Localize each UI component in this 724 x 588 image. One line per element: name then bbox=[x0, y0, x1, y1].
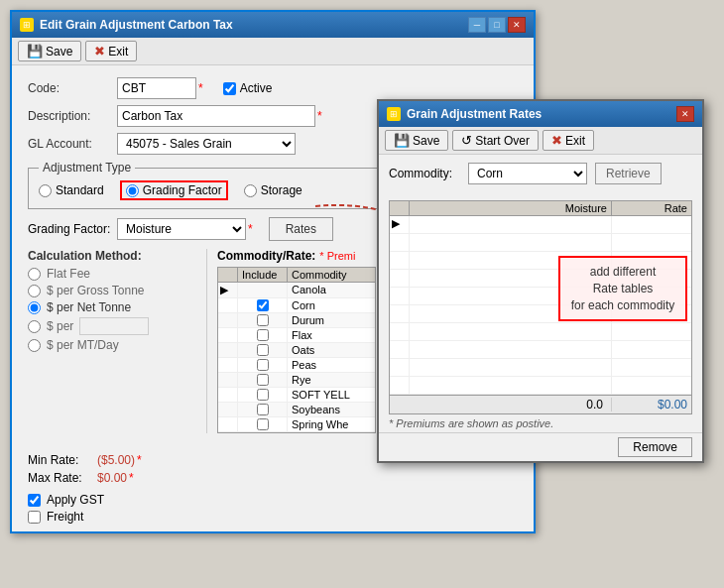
commodity-row[interactable]: Spring Whe bbox=[218, 417, 375, 432]
include-cell bbox=[238, 313, 288, 327]
rates-commodity-select[interactable]: Corn bbox=[468, 163, 587, 184]
arrow-cell bbox=[218, 373, 238, 387]
rates-start-over-button[interactable]: ↺ Start Over bbox=[452, 130, 539, 151]
rates-row-9[interactable] bbox=[390, 359, 691, 377]
rates-moisture-cell bbox=[410, 341, 612, 358]
rates-row-8[interactable] bbox=[390, 341, 691, 359]
rates-title-icon: ⊞ bbox=[387, 107, 401, 121]
required-note: * Premi bbox=[319, 250, 355, 262]
rates-row-7[interactable] bbox=[390, 323, 691, 341]
rates-arrow-cell bbox=[390, 359, 410, 376]
radio-standard-input[interactable] bbox=[39, 184, 52, 197]
calc-left-panel: Calculation Method: Flat Fee $ per Gross… bbox=[28, 249, 206, 433]
commodity-name-cell: Oats bbox=[288, 343, 375, 357]
rates-title-controls: ✕ bbox=[676, 106, 694, 122]
save-icon: 💾 bbox=[27, 44, 43, 59]
retrieve-button[interactable]: Retrieve bbox=[595, 163, 662, 184]
radio-gross-tonne-input[interactable] bbox=[28, 285, 41, 297]
rates-row-5[interactable] bbox=[390, 288, 691, 305]
radio-per-input[interactable] bbox=[28, 320, 41, 333]
rates-rate-cell bbox=[612, 234, 691, 251]
arrow-cell bbox=[218, 358, 238, 372]
commodity-row[interactable]: Durum bbox=[218, 313, 375, 328]
rates-row-3[interactable] bbox=[390, 252, 691, 270]
commodity-checkbox[interactable] bbox=[257, 359, 269, 371]
min-rate-required: * bbox=[137, 453, 142, 467]
commodity-table: Include Commodity ▶ Canola Corn bbox=[217, 267, 376, 433]
radio-net-tonne: $ per Net Tonne bbox=[28, 300, 198, 314]
rates-row-6[interactable] bbox=[390, 305, 691, 323]
apply-gst-checkbox[interactable] bbox=[28, 494, 41, 507]
radio-grading-factor-input[interactable] bbox=[126, 184, 139, 197]
rates-row-1[interactable]: ▶ bbox=[390, 216, 691, 234]
rates-arrow-cell bbox=[390, 252, 410, 269]
max-rate-row: Max Rate: $0.00 * bbox=[28, 471, 518, 485]
commodity-checkbox[interactable] bbox=[257, 374, 269, 386]
rates-row-4[interactable] bbox=[390, 270, 691, 288]
max-rate-required: * bbox=[129, 471, 134, 485]
rates-button[interactable]: Rates bbox=[269, 217, 333, 241]
arrow-cell bbox=[218, 388, 238, 402]
rates-rate-cell bbox=[612, 252, 691, 269]
radio-flat-fee-label: Flat Fee bbox=[47, 267, 90, 281]
remove-button[interactable]: Remove bbox=[618, 437, 692, 457]
rates-save-button[interactable]: 💾 Save bbox=[385, 130, 448, 151]
radio-storage-input[interactable] bbox=[244, 184, 257, 197]
commodity-row[interactable]: ▶ Canola bbox=[218, 283, 375, 298]
commodity-row[interactable]: Flax bbox=[218, 328, 375, 343]
rates-title-left: ⊞ Grain Adjustment Rates bbox=[387, 107, 542, 121]
rates-rate-cell bbox=[612, 305, 691, 322]
commodity-checkbox[interactable] bbox=[257, 314, 269, 326]
radio-flat-fee-input[interactable] bbox=[28, 268, 41, 281]
commodity-row[interactable]: Oats bbox=[218, 343, 375, 358]
rates-moisture-cell bbox=[410, 216, 612, 233]
apply-gst-item: Apply GST bbox=[28, 493, 518, 507]
gl-account-select[interactable]: 45075 - Sales Grain bbox=[117, 133, 296, 155]
radio-net-tonne-input[interactable] bbox=[28, 301, 41, 314]
minimize-button[interactable]: ─ bbox=[468, 17, 486, 33]
close-button[interactable]: ✕ bbox=[508, 17, 526, 33]
commodity-checkbox[interactable] bbox=[257, 329, 269, 341]
grading-factor-select[interactable]: Moisture bbox=[117, 218, 246, 240]
desc-required: * bbox=[317, 109, 322, 123]
commodity-name-cell: Durum bbox=[288, 313, 375, 327]
main-title-icon: ⊞ bbox=[20, 18, 34, 32]
maximize-button[interactable]: □ bbox=[488, 17, 506, 33]
commodity-row[interactable]: Corn bbox=[218, 298, 375, 313]
save-button[interactable]: 💾 Save bbox=[18, 41, 81, 61]
rates-arrow-cell bbox=[390, 234, 410, 251]
rates-col-rate-header: Rate bbox=[612, 201, 691, 215]
commodity-checkbox[interactable] bbox=[257, 389, 269, 401]
commodity-checkbox[interactable] bbox=[257, 418, 269, 430]
commodity-name-cell: Peas bbox=[288, 358, 375, 372]
main-toolbar: 💾 Save ✖ Exit bbox=[12, 38, 534, 65]
radio-gross-tonne-label: $ per Gross Tonne bbox=[47, 284, 145, 297]
min-rate-value: ($5.00) bbox=[97, 453, 135, 467]
freight-checkbox[interactable] bbox=[28, 511, 41, 524]
per-text-input[interactable] bbox=[79, 317, 149, 335]
commodity-row[interactable]: Peas bbox=[218, 358, 375, 373]
footer-rate-val: $0.00 bbox=[612, 398, 691, 412]
rates-arrow-cell bbox=[390, 341, 410, 358]
rates-exit-button[interactable]: ✖ Exit bbox=[543, 130, 594, 151]
description-input[interactable] bbox=[117, 105, 315, 127]
arrow-cell bbox=[218, 417, 238, 431]
code-required: * bbox=[198, 81, 203, 95]
active-checkbox[interactable] bbox=[223, 82, 236, 95]
code-input[interactable] bbox=[117, 77, 196, 99]
rates-row-10[interactable] bbox=[390, 377, 691, 395]
col-commodity-header: Commodity bbox=[288, 268, 375, 282]
commodity-row[interactable]: SOFT YELL bbox=[218, 388, 375, 403]
commodity-checkbox[interactable] bbox=[257, 404, 269, 415]
commodity-row[interactable]: Rye bbox=[218, 373, 375, 388]
exit-button[interactable]: ✖ Exit bbox=[85, 41, 137, 61]
commodity-row[interactable]: Soybeans bbox=[218, 403, 375, 417]
rates-row-2[interactable] bbox=[390, 234, 691, 252]
commodity-checkbox[interactable] bbox=[257, 299, 269, 311]
calc-radio-list: Flat Fee $ per Gross Tonne $ per Net Ton… bbox=[28, 267, 198, 352]
rates-moisture-cell bbox=[410, 323, 612, 340]
radio-mt-day-input[interactable] bbox=[28, 339, 41, 352]
rates-close-button[interactable]: ✕ bbox=[676, 106, 694, 122]
arrow-cell bbox=[218, 343, 238, 357]
commodity-checkbox[interactable] bbox=[257, 344, 269, 356]
